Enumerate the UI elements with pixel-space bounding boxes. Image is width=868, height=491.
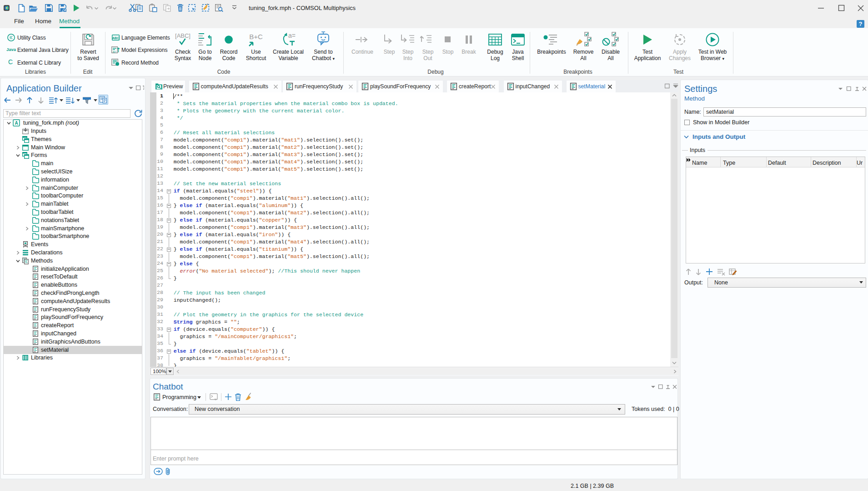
svg-text:B+C: B+C <box>249 33 263 40</box>
svg-text:A: A <box>15 121 18 126</box>
svg-text:a=: a= <box>288 32 296 39</box>
svg-text:a=: a= <box>113 50 116 53</box>
svg-text:ABC: ABC <box>112 36 120 40</box>
